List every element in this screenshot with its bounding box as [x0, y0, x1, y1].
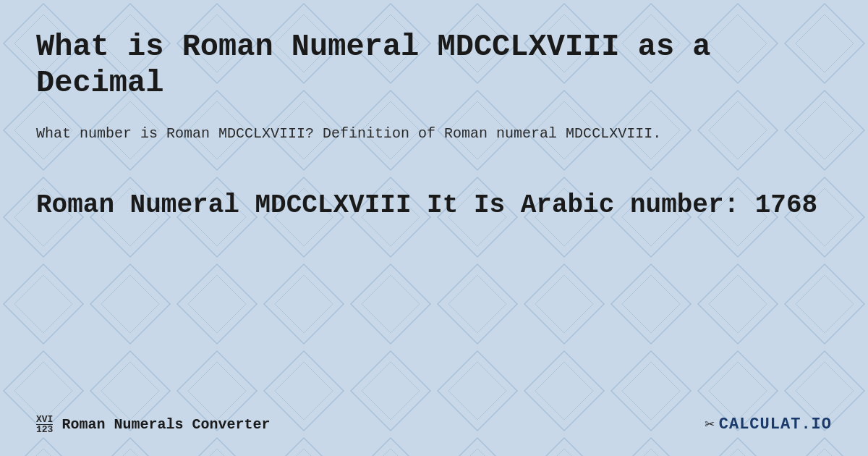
roman-icon-bottom: 123	[36, 424, 53, 434]
calculat-logo[interactable]: ✂ CALCULAT.IO	[705, 415, 832, 434]
converter-label: Roman Numerals Converter	[61, 416, 270, 433]
result-title: Roman Numeral MDCCLXVIII It Is Arabic nu…	[36, 189, 832, 223]
page-title: What is Roman Numeral MDCCLXVIII as a De…	[36, 29, 832, 102]
footer-left: XVI 123 Roman Numerals Converter	[36, 415, 270, 434]
result-section: Roman Numeral MDCCLXVIII It Is Arabic nu…	[36, 189, 832, 223]
footer: XVI 123 Roman Numerals Converter ✂ CALCU…	[36, 400, 832, 434]
logo-text: CALCULAT.IO	[719, 415, 832, 434]
scissors-icon: ✂	[705, 415, 715, 434]
page-description: What number is Roman MDCCLXVIII? Definit…	[36, 122, 687, 145]
roman-icon-top: XVI	[36, 415, 53, 424]
roman-numeral-icon: XVI 123	[36, 415, 53, 434]
